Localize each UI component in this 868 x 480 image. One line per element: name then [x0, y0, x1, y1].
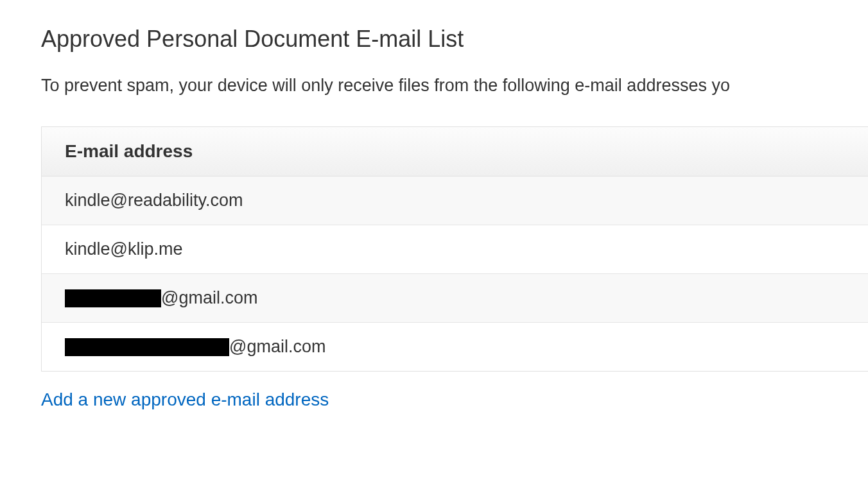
add-approved-email-link[interactable]: Add a new approved e-mail address — [41, 390, 329, 410]
table-row: kindle@klip.me — [42, 225, 868, 274]
email-suffix: @gmail.com — [229, 337, 326, 357]
email-table: E-mail address kindle@readability.comkin… — [41, 126, 868, 372]
redacted-block — [65, 338, 229, 356]
redacted-block — [65, 289, 161, 307]
email-value: kindle@readability.com — [65, 191, 243, 210]
email-value: kindle@klip.me — [65, 239, 182, 259]
section-title: Approved Personal Document E-mail List — [41, 26, 868, 53]
table-header: E-mail address — [42, 127, 868, 176]
table-row: @gmail.com — [42, 323, 868, 371]
section-description: To prevent spam, your device will only r… — [41, 76, 868, 96]
table-body: kindle@readability.comkindle@klip.me@gma… — [42, 176, 868, 371]
table-row: kindle@readability.com — [42, 176, 868, 225]
table-row: @gmail.com — [42, 274, 868, 323]
email-suffix: @gmail.com — [161, 288, 257, 308]
table-header-label: E-mail address — [65, 141, 193, 161]
